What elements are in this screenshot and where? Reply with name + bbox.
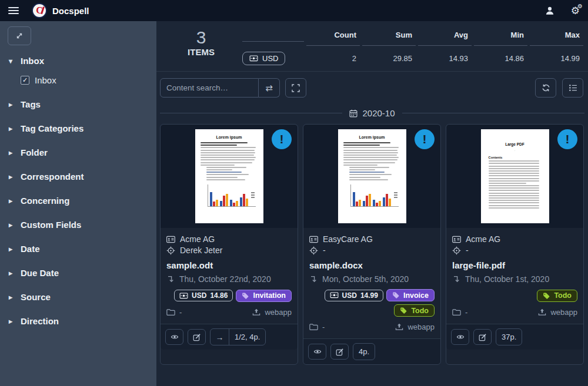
upload-icon: [538, 308, 546, 316]
view-item-button[interactable]: [451, 329, 469, 345]
settings-gears-icon[interactable]: ⚙⚙: [571, 6, 580, 16]
sidebar-item-date[interactable]: ▸ Date: [9, 244, 148, 254]
list-tasks-icon: [569, 83, 577, 92]
menu-icon[interactable]: [8, 5, 19, 16]
currency-label: USD: [262, 54, 278, 63]
pages-label: 4p.: [353, 344, 375, 360]
folder-icon: [452, 308, 461, 316]
exchange-arrows-icon: ⇄: [265, 83, 273, 93]
item-card[interactable]: Lorem ipsum ! Acme AG Derek Jeter sample…: [160, 124, 298, 365]
content-search-input[interactable]: [160, 78, 259, 98]
pages-nav-group: → 1/2, 4p.: [210, 328, 266, 345]
sidebar-section-inbox[interactable]: ▾ Inbox: [9, 56, 148, 66]
document-preview[interactable]: Lorem ipsum !: [161, 125, 298, 228]
sidebar-item-label: Tags: [21, 99, 41, 109]
folder-value: -: [322, 323, 325, 331]
money-amount: 14.99: [360, 291, 378, 300]
address-card-icon: [166, 235, 175, 244]
concerning-name: Derek Jeter: [180, 246, 222, 255]
edit-item-button[interactable]: [473, 329, 492, 345]
money-currency: USD: [342, 291, 357, 300]
view-menu-button[interactable]: [562, 78, 583, 98]
level-down-icon: [309, 275, 318, 283]
tag-badge: Invoice: [386, 289, 435, 301]
source-info: webapp: [252, 308, 292, 317]
caret-right-icon: ▸: [9, 173, 15, 181]
correspondent-row: EasyCare AG: [309, 234, 435, 244]
items-count-value: 3: [160, 28, 242, 47]
document-thumbnail: Lorem ipsum: [195, 129, 263, 223]
sidebar-item-source[interactable]: ▸ Source: [9, 292, 148, 302]
folder-icon: [166, 308, 175, 316]
document-preview[interactable]: Lorem ipsum !: [303, 125, 440, 228]
currency-chip: USD: [242, 52, 285, 65]
tag-badge: Todo: [537, 290, 577, 302]
item-card[interactable]: Lorem ipsum ! EasyCare AG - sample.docx: [303, 124, 441, 365]
stats-val-min: 14.86: [474, 47, 527, 66]
tag-label: Invitation: [253, 291, 286, 300]
upload-icon: [252, 308, 260, 316]
diagonal-expand-icon: [15, 32, 24, 40]
search-group: ⇄: [160, 78, 280, 98]
next-page-button[interactable]: →: [211, 329, 229, 345]
sidebar-item-folder[interactable]: ▸ Folder: [9, 147, 148, 157]
concerning-row: -: [452, 246, 577, 255]
item-card[interactable]: Large PDF·Contents ! Acme AG - large-fil…: [446, 124, 584, 365]
edit-item-button[interactable]: [330, 344, 349, 360]
item-cards: Lorem ipsum ! Acme AG Derek Jeter sample…: [156, 124, 588, 365]
crosshair-icon: [166, 246, 175, 255]
correspondent-name: Acme AG: [466, 234, 500, 244]
money-bill-icon: [249, 55, 258, 62]
folder-info: -: [309, 323, 325, 331]
crosshair-icon: [452, 246, 461, 255]
sidebar-item-correspondent[interactable]: ▸ Correspondent: [9, 172, 148, 182]
toggle-search-mode-button[interactable]: ⇄: [259, 78, 280, 98]
fullscreen-search-button[interactable]: [285, 78, 306, 98]
new-item-exclamation-badge: !: [557, 129, 577, 149]
sidebar-item-label: Due Date: [21, 268, 59, 278]
edit-item-button[interactable]: [188, 329, 206, 345]
card-footer: → 1/2, 4p.: [161, 324, 298, 350]
stats-header: 3 ITEMS Count Sum Avg Min Max USD 2 29.8…: [156, 21, 588, 72]
sidebar-item-custom-fields[interactable]: ▸ Custom Fields: [9, 220, 148, 230]
refresh-button[interactable]: [535, 78, 556, 98]
tag-icon: [392, 291, 400, 299]
folder-source-row: - webapp: [166, 308, 292, 317]
items-count-label: ITEMS: [160, 47, 242, 57]
view-item-button[interactable]: [165, 329, 183, 345]
sidebar-item-concerning[interactable]: ▸ Concerning: [9, 196, 148, 206]
money-bill-icon: [179, 293, 188, 299]
badges-row: USD14.86Invitation: [166, 289, 292, 302]
item-date: Thu, October 1st, 2020: [465, 274, 549, 284]
source-info: webapp: [538, 308, 577, 317]
document-preview[interactable]: Large PDF·Contents !: [446, 125, 583, 228]
concerning-row: Derek Jeter: [166, 246, 292, 255]
pages-label: 37p.: [496, 329, 522, 345]
expand-sidebar-button[interactable]: [8, 26, 31, 45]
level-down-icon: [452, 275, 460, 283]
tag-label: Todo: [554, 291, 572, 300]
eye-icon: [456, 333, 465, 341]
user-icon[interactable]: [545, 6, 554, 15]
item-date-row: Mon, October 5th, 2020: [309, 274, 435, 284]
caret-right-icon: ▸: [9, 221, 15, 229]
concerning-name: -: [323, 246, 326, 255]
checkbox-checked-icon[interactable]: ✓: [21, 76, 29, 85]
month-group-label: 2020-10: [362, 108, 395, 118]
tag-badge: Todo: [394, 304, 435, 317]
sidebar-item-direction[interactable]: ▸ Direction: [9, 316, 148, 326]
correspondent-row: Acme AG: [166, 234, 292, 244]
view-item-button[interactable]: [308, 344, 326, 360]
item-date-row: Thu, October 22nd, 2020: [166, 274, 292, 284]
folder-value: -: [179, 308, 182, 317]
new-item-exclamation-badge: !: [272, 129, 292, 149]
sidebar-item-due-date[interactable]: ▸ Due Date: [9, 268, 148, 278]
sidebar-item-label: Tag Categories: [21, 123, 83, 133]
badges-row: Todo: [452, 289, 577, 302]
pages-box: 4p.: [353, 343, 375, 360]
caret-right-icon: ▸: [9, 197, 15, 205]
sidebar-item-tags[interactable]: ▸ Tags: [9, 99, 148, 109]
card-body: Acme AG Derek Jeter sample.odt Thu, Octo…: [161, 228, 298, 324]
sidebar-item-tag-categories[interactable]: ▸ Tag Categories: [9, 123, 148, 133]
inbox-filter-checkbox-row[interactable]: ✓ Inbox: [21, 75, 149, 85]
